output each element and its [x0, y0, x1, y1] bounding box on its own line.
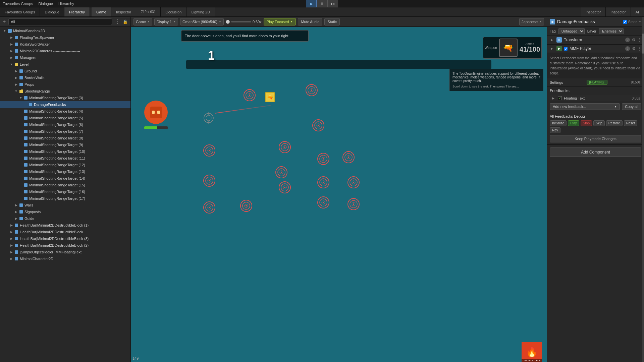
tree-item[interactable]: MinimalShootingRangeTarget (11): [0, 155, 130, 162]
tree-item[interactable]: ▼Level: [0, 61, 130, 68]
mmf-info-icon[interactable]: ?: [625, 46, 630, 51]
tag-dropdown[interactable]: Untagged: [558, 28, 585, 34]
play-focused-button[interactable]: Play Focused ▼: [264, 18, 296, 25]
tree-item[interactable]: ▶BorderWalls: [0, 74, 130, 81]
static-button[interactable]: Static: [324, 18, 340, 25]
debug-restore-button[interactable]: Restore: [606, 120, 623, 126]
tab-resolution[interactable]: 719 x 631: [136, 7, 161, 16]
tree-item[interactable]: MinimalShootingRangeTarget (17): [0, 195, 130, 202]
game-canvas[interactable]: The door above is open, and you'll find …: [131, 27, 547, 362]
tree-item[interactable]: ▶HealthBar|Minimal2DDestructibleBlock (3…: [0, 235, 130, 242]
transform-gear-icon[interactable]: ⚙: [631, 38, 636, 42]
tree-item[interactable]: ▼ShootingRange: [0, 88, 130, 95]
menu-hierarchy[interactable]: Hierarchy: [58, 2, 74, 6]
svg-rect-23: [24, 197, 28, 200]
tree-item[interactable]: MinimalShootingRangeTarget (5): [0, 115, 130, 121]
add-feedback-button[interactable]: Add new feedback... ▼: [550, 103, 620, 110]
debug-rev-button[interactable]: Rev: [550, 127, 560, 133]
tree-item[interactable]: ▶FloatingTextSpawner: [0, 34, 130, 41]
tree-item[interactable]: MinimalShootingRangeTarget (7): [0, 128, 130, 135]
tab-lighting[interactable]: Lighting 2D: [186, 7, 215, 16]
tab-dialogue[interactable]: Dialogue: [40, 7, 64, 16]
tree-item[interactable]: MinimalShootingRangeTarget (14): [0, 175, 130, 182]
tab-inspector-center[interactable]: Inspector: [111, 7, 136, 16]
debug-play-button[interactable]: Play: [568, 120, 579, 126]
add-component-button[interactable]: Add Component: [550, 147, 641, 157]
tree-item[interactable]: ▶Props: [0, 81, 130, 88]
tree-item[interactable]: MinimalShootingRangeTarget (13): [0, 168, 130, 175]
game-dropdown[interactable]: Game ▼: [133, 18, 152, 25]
hierarchy-lock-icon[interactable]: 🔒: [123, 19, 128, 24]
tree-item[interactable]: ▶Minimal2DCameras ----------------------: [0, 48, 130, 54]
mmf-player-header[interactable]: ▶ ▶ MMF Player ? ⚙ ⋮: [547, 45, 644, 53]
tree-item[interactable]: ▶HealthBar|Minimal2DDestructibleBlock (1…: [0, 222, 130, 229]
floating-text-feedback[interactable]: ▶ ✓ Floating Text 0.50s: [550, 95, 641, 101]
tree-item[interactable]: MinimalShootingRangeTarget (12): [0, 162, 130, 168]
tree-item[interactable]: MinimalShootingRangeTarget (6): [0, 121, 130, 128]
keep-playmode-label: Keep Playmode Changes: [575, 137, 616, 141]
tree-item[interactable]: MinimalShootingRangeTarget (8): [0, 135, 130, 141]
transform-info-icon[interactable]: ?: [625, 38, 630, 42]
tree-item[interactable]: ▶Ground: [0, 68, 130, 74]
tree-item[interactable]: MinimalShootingRangeTarget (9): [0, 141, 130, 148]
inspector-active-checkbox[interactable]: [623, 20, 627, 24]
display-dropdown[interactable]: Display 1 ▼: [154, 18, 178, 25]
debug-reset-button[interactable]: Reset: [624, 120, 637, 126]
svg-rect-20: [24, 177, 28, 180]
transform-menu-icon[interactable]: ⋮: [637, 38, 641, 42]
feedback-checkbox[interactable]: ✓: [558, 96, 562, 100]
plus-icon[interactable]: +: [3, 19, 6, 25]
keep-playmode-button[interactable]: Keep Playmode Changes: [550, 135, 641, 142]
target-12: [203, 201, 216, 214]
tree-item[interactable]: MinimalShootingRangeTarget (16): [0, 188, 130, 195]
mmf-gear-icon[interactable]: ⚙: [631, 46, 636, 51]
tab-favourites-groups[interactable]: Favourites Groups: [0, 7, 40, 16]
tab-game[interactable]: Game: [92, 7, 111, 16]
scroll-indicator[interactable]: [642, 17, 644, 362]
tree-item[interactable]: ▶Managers ----------------------: [0, 54, 130, 61]
size-dropdown[interactable]: GmanSize (960x540) ▼: [180, 18, 224, 25]
mmf-menu-icon[interactable]: ⋮: [637, 46, 641, 51]
scale-track[interactable]: [231, 21, 251, 22]
mmf-active-checkbox[interactable]: [564, 47, 568, 51]
mute-audio-button[interactable]: Mute Audio: [298, 18, 322, 25]
hierarchy-search[interactable]: [8, 18, 112, 25]
layer-dropdown[interactable]: Enemies: [599, 28, 624, 34]
pause-button[interactable]: ⏸: [317, 0, 327, 7]
hierarchy-header: + ⋮ 🔒: [0, 17, 130, 27]
debug-stop-button[interactable]: Stop: [581, 120, 592, 126]
menu-favourites[interactable]: Favourites Groups: [3, 2, 33, 6]
menu-dialogue[interactable]: Dialogue: [38, 2, 53, 6]
tree-item[interactable]: ▶MinimalCharacter2D: [0, 255, 130, 262]
target-0: [243, 89, 256, 102]
tab-ai[interactable]: AI: [631, 7, 644, 16]
debug-initialize-button[interactable]: Initialize: [550, 120, 567, 126]
tree-item[interactable]: MinimalShootingRangeTarget (10): [0, 148, 130, 155]
debug-skip-button[interactable]: Skip: [593, 120, 604, 126]
tree-item[interactable]: DamageFeedbacks: [0, 101, 130, 108]
copy-all-button[interactable]: Copy all: [622, 103, 641, 110]
transform-header[interactable]: ▶ ⊕ Transform ? ⚙ ⋮: [547, 36, 644, 44]
hierarchy-options-icon[interactable]: ⋮: [115, 18, 120, 25]
tree-item[interactable]: ▶KoalaSwordPicker: [0, 41, 130, 48]
tree-item[interactable]: ▶[SimpleObjectPooler] MMFloatingText: [0, 249, 130, 255]
tab-occlusion[interactable]: Occlusion: [161, 7, 186, 16]
play-button[interactable]: ▶: [306, 0, 317, 7]
tree-item[interactable]: ▶HealthBar|Minimal2DDestructibleBlock: [0, 229, 130, 235]
display-arrow: ▼: [173, 20, 176, 23]
tree-root[interactable]: ▼ MinimalSandbox2D: [0, 27, 130, 34]
target-8: [203, 174, 216, 187]
tree-item[interactable]: ▶Guide: [0, 215, 130, 222]
tree-item[interactable]: ▼MinimalShootingRangeTarget (3): [0, 95, 130, 101]
tree-item[interactable]: ▶HealthBar|Minimal2DDestructibleBlock (2…: [0, 242, 130, 249]
language-dropdown[interactable]: Japanese ▼: [519, 18, 544, 25]
tab-hierarchy[interactable]: Hierarchy: [64, 7, 90, 16]
svg-point-86: [353, 182, 354, 183]
tree-item[interactable]: ▶Signposts: [0, 208, 130, 215]
tab-inspector-right2[interactable]: Inspector: [606, 7, 631, 16]
step-button[interactable]: ⏭: [327, 0, 338, 7]
tree-item[interactable]: ▶Walls: [0, 202, 130, 208]
tree-item[interactable]: MinimalShootingRangeTarget (4): [0, 108, 130, 115]
tree-item[interactable]: MinimalShootingRangeTarget (15): [0, 182, 130, 188]
tab-inspector-right[interactable]: Inspector: [581, 7, 606, 16]
